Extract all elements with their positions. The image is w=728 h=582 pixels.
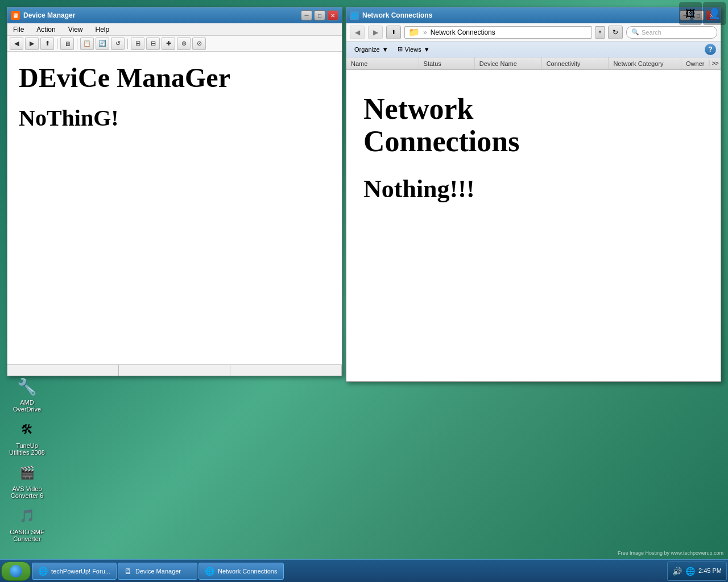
col-network-category[interactable]: Network Category bbox=[609, 57, 681, 69]
device-manager-title: Device Manager bbox=[23, 11, 75, 19]
desktop-icons: 🔧 AMDOverDrive 🛠 TuneUpUtilities 2008 🎬 … bbox=[6, 375, 48, 542]
device-manager-statusbar bbox=[7, 364, 342, 376]
toolbar-btn5[interactable]: ⊘ bbox=[192, 38, 206, 50]
toolbar-sep3 bbox=[127, 39, 128, 49]
toolbar-sep1 bbox=[57, 39, 57, 49]
toolbar-computer[interactable]: 🖥 bbox=[60, 38, 74, 50]
casio-icon-label: CASIO SMFConverter bbox=[10, 529, 44, 542]
desktop-icon-tuneup[interactable]: 🛠 TuneUpUtilities 2008 bbox=[6, 418, 48, 456]
addr-back-button[interactable]: ◀ bbox=[350, 26, 365, 39]
toolbar-update[interactable]: 🔄 bbox=[96, 38, 109, 50]
start-orb bbox=[10, 565, 22, 577]
toolbar-forward[interactable]: ▶ bbox=[25, 38, 39, 50]
addr-dropdown-button[interactable]: ▼ bbox=[595, 26, 605, 39]
start-button[interactable] bbox=[1, 562, 31, 581]
amd-icon-img: 🔧 bbox=[16, 375, 39, 398]
network-addressbar: ◀ ▶ ⬆ 📁 » Network Connections ▼ ↻ 🔍 Sear… bbox=[346, 23, 721, 41]
close-button[interactable]: ✕ bbox=[327, 10, 338, 20]
network-content: Network Connections Nothing!!! bbox=[346, 70, 721, 381]
network-connections-heading: Network Connections bbox=[363, 93, 704, 157]
organize-button[interactable]: Organize ▼ bbox=[351, 43, 392, 56]
taskbar-techpowerup[interactable]: 🌐 techPowerUp! Foru... bbox=[32, 563, 117, 580]
menu-view[interactable]: View bbox=[65, 24, 86, 35]
avs-icon-img: 🎬 bbox=[16, 462, 39, 484]
toolbar-up[interactable]: ⬆ bbox=[40, 38, 54, 50]
minimize-button[interactable]: ─ bbox=[301, 10, 312, 20]
network-nothing: Nothing!!! bbox=[363, 174, 704, 203]
tray-icon2: 🌐 bbox=[685, 567, 695, 576]
device-manager-icon: 🖥 bbox=[11, 11, 20, 20]
addr-path-text: Network Connections bbox=[431, 28, 495, 36]
taskbar-dm-label: Device Manager bbox=[135, 568, 181, 575]
watermark: Free Image Hosting by www.techpowerup.co… bbox=[618, 550, 723, 557]
menu-action[interactable]: Action bbox=[33, 24, 59, 35]
statusbar-seg1 bbox=[7, 365, 119, 376]
window-controls: ─ □ ✕ bbox=[301, 10, 338, 20]
col-connectivity[interactable]: Connectivity bbox=[542, 57, 609, 69]
top-right-icon1[interactable]: 🖼 bbox=[679, 2, 702, 25]
maximize-button[interactable]: □ bbox=[314, 10, 325, 20]
toolbar-sep2 bbox=[77, 39, 77, 49]
toolbar-btn4[interactable]: ⊗ bbox=[177, 38, 191, 50]
device-manager-toolbar: ◀ ▶ ⬆ 🖥 📋 🔄 ↺ ⊞ ⊟ ✚ ⊗ ⊘ bbox=[7, 36, 342, 52]
statusbar-seg3 bbox=[230, 365, 342, 376]
top-right-icon2[interactable]: 👤 bbox=[703, 2, 726, 25]
views-button[interactable]: ⊞ Views ▼ bbox=[394, 43, 433, 56]
tray-icon1: 🔊 bbox=[672, 567, 682, 576]
search-placeholder: Search bbox=[642, 29, 661, 36]
organize-chevron: ▼ bbox=[382, 46, 388, 53]
top-right-icons: 🖼 👤 bbox=[677, 0, 728, 27]
taskbar-techpowerup-icon: 🌐 bbox=[38, 567, 48, 576]
device-manager-window: 🖥 Device Manager ─ □ ✕ File Action View … bbox=[7, 7, 342, 376]
network-title: Network Connections bbox=[362, 11, 432, 19]
device-manager-titlebar[interactable]: 🖥 Device Manager ─ □ ✕ bbox=[7, 7, 342, 23]
col-device-name[interactable]: Device Name bbox=[475, 57, 542, 69]
views-label: Views bbox=[405, 46, 421, 53]
system-tray: 🔊 🌐 2:45 PM bbox=[667, 562, 727, 581]
addr-separator: » bbox=[423, 28, 427, 36]
taskbar-nc-label: Network Connections bbox=[218, 568, 278, 575]
addr-up-button[interactable]: ⬆ bbox=[386, 26, 401, 39]
net-titlebar-left: 🌐 Network Connections bbox=[350, 11, 432, 20]
toolbar-back[interactable]: ◀ bbox=[10, 38, 23, 50]
taskbar-network-connections[interactable]: 🌐 Network Connections bbox=[198, 563, 284, 580]
casio-icon-img: 🎵 bbox=[16, 505, 39, 527]
device-manager-heading: DEviCe ManaGer bbox=[19, 63, 330, 93]
views-chevron: ▼ bbox=[424, 46, 430, 53]
network-icon: 🌐 bbox=[350, 11, 359, 20]
statusbar-seg2 bbox=[119, 365, 230, 376]
toolbar-btn1[interactable]: ⊞ bbox=[131, 38, 144, 50]
column-headers: Name Status Device Name Connectivity Net… bbox=[346, 57, 721, 70]
addr-forward-button[interactable]: ▶ bbox=[368, 26, 383, 39]
help-button[interactable]: ? bbox=[705, 44, 716, 55]
address-path[interactable]: 📁 » Network Connections bbox=[404, 26, 592, 39]
search-box[interactable]: 🔍 Search bbox=[626, 26, 717, 39]
network-titlebar[interactable]: 🌐 Network Connections ─ □ ✕ bbox=[346, 7, 721, 23]
device-manager-nothing: NoThinG! bbox=[19, 105, 330, 131]
toolbar-btn2[interactable]: ⊟ bbox=[146, 38, 160, 50]
menu-file[interactable]: File bbox=[10, 24, 27, 35]
avs-icon-label: AVS VideoConverter 6 bbox=[11, 485, 43, 499]
toolbar-undo[interactable]: ↺ bbox=[111, 38, 125, 50]
addr-refresh-button[interactable]: ↻ bbox=[608, 26, 623, 39]
col-owner[interactable]: Owner bbox=[681, 57, 709, 69]
col-more[interactable]: >> bbox=[709, 60, 721, 66]
taskbar-device-manager[interactable]: 🖥 Device Manager bbox=[118, 563, 197, 580]
toolbar-properties[interactable]: 📋 bbox=[80, 38, 94, 50]
nc-line2: Connections bbox=[363, 125, 519, 157]
titlebar-left: 🖥 Device Manager bbox=[11, 11, 75, 20]
taskbar-dm-icon: 🖥 bbox=[124, 567, 132, 576]
tuneup-icon-label: TuneUpUtilities 2008 bbox=[9, 442, 45, 456]
col-status[interactable]: Status bbox=[419, 57, 475, 69]
nc-line1: Network bbox=[363, 93, 474, 125]
tuneup-icon-img: 🛠 bbox=[16, 418, 39, 441]
toolbar-btn3[interactable]: ✚ bbox=[162, 38, 175, 50]
col-name[interactable]: Name bbox=[346, 57, 419, 69]
desktop-icon-avs[interactable]: 🎬 AVS VideoConverter 6 bbox=[6, 462, 48, 499]
network-toolbar: Organize ▼ ⊞ Views ▼ ? bbox=[346, 41, 721, 57]
desktop-icon-casio[interactable]: 🎵 CASIO SMFConverter bbox=[6, 505, 48, 542]
watermark-text: Free Image Hosting by www.techpowerup.co… bbox=[618, 550, 723, 556]
taskbar-techpowerup-label: techPowerUp! Foru... bbox=[51, 568, 110, 575]
menu-help[interactable]: Help bbox=[92, 24, 113, 35]
desktop-icon-amd[interactable]: 🔧 AMDOverDrive bbox=[6, 375, 48, 413]
